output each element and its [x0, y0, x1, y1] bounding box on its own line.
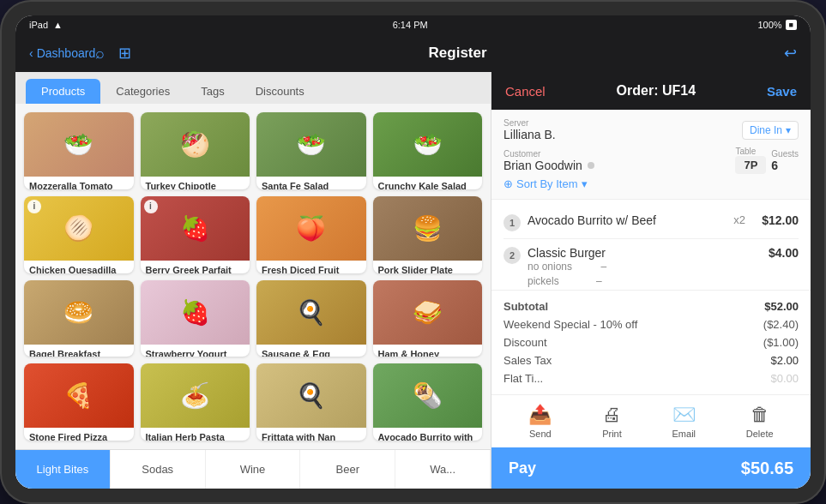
pay-amount: $50.65 [741, 459, 793, 478]
print-label: Print [602, 429, 622, 439]
order-details: Server Lilliana B. Dine In ▾ Customer B [491, 110, 811, 200]
product-card-slider[interactable]: 🍔 Pork Slider Plate THX1138 214 $11.00 [373, 196, 483, 273]
order-item-1[interactable]: 1 Avocado Burrito w/ Beef x2 $12.00 [503, 207, 799, 239]
send-icon: 📤 [528, 404, 552, 426]
product-info-fruit: Fresh Diced Fruit Plate THX1138 [256, 261, 366, 273]
category-tab-wine[interactable]: Wine [206, 450, 301, 489]
order-item-2[interactable]: 2 Classic Burger no onions – pickels – d… [503, 239, 799, 290]
order-header: Cancel Order: UF14 Save [491, 72, 811, 110]
back-button[interactable]: ‹ Dashboard [29, 46, 95, 60]
order-item-price-1: $12.00 [752, 213, 799, 227]
product-card-muffin[interactable]: 🍳 Sausage & Egg Muffin THX1138 214 $6.00 [256, 280, 366, 357]
print-button[interactable]: 🖨 Print [602, 404, 622, 439]
product-card-bagel[interactable]: 🥯 Bagel Breakfast Sandwich THX1138 214 $… [24, 280, 134, 357]
product-card-avocado[interactable]: 🌯 Avocado Burrito with Chicken THX1138 2… [373, 363, 483, 441]
tab-categories[interactable]: Categories [100, 79, 185, 104]
product-info-mozzeralla: Mozzeralla Tomato Sand... THX1138 [24, 177, 134, 189]
category-tab-lightbites[interactable]: Light Bites [15, 450, 111, 489]
product-name-ham: Ham & Honey Sandwich [378, 348, 478, 357]
table-section: Table 7P [735, 147, 766, 174]
pay-button[interactable]: Pay $50.65 [491, 447, 811, 489]
order-totals: Subtotal $52.00 Weekend Special - 10% of… [491, 290, 811, 394]
product-card-yogurt[interactable]: 🍓 Strawberry Yogurt Cup THX1138 214 $6.0… [141, 280, 250, 357]
order-items-list: 1 Avocado Burrito w/ Beef x2 $12.00 2 Cl… [491, 200, 811, 290]
product-card-pasta[interactable]: 🍝 Italian Herb Pasta Salad THX1138 214 $… [141, 363, 250, 441]
server-label: Server [503, 118, 556, 128]
product-info-parfait: Berry Greek Parfait THX1138 [141, 261, 250, 273]
order-item-details-2: Classic Burger no onions – pickels – dis… [528, 246, 721, 290]
sort-by-button[interactable]: ⊕ Sort By Item ▾ [503, 177, 799, 190]
product-card-kale[interactable]: 🥗 Crunchy Kale Salad THX1138 214 $4.00 [373, 112, 483, 189]
product-image-muffin: 🍳 [256, 280, 366, 345]
product-info-frittata: Frittata with Nan Bread THX1138 [256, 428, 366, 441]
email-label: Email [672, 429, 696, 439]
product-info-muffin: Sausage & Egg Muffin THX1138 [256, 345, 366, 357]
tab-discounts[interactable]: Discounts [240, 79, 320, 104]
product-info-kale: Crunchy Kale Salad THX1138 [373, 177, 483, 189]
category-tab-sodas[interactable]: Sodas [111, 450, 206, 489]
product-info-ham: Ham & Honey Sandwich THX1138 [373, 345, 483, 357]
nav-left-icons: ⌕ ⊞ [95, 44, 131, 63]
product-name-avocado: Avocado Burrito with Chicken [378, 431, 478, 441]
product-name-pasta: Italian Herb Pasta Salad [146, 431, 245, 441]
product-card-santafe[interactable]: 🥗 Santa Fe Salad THX1138 214 $8.25 [256, 112, 366, 189]
product-card-pizza[interactable]: 🍕 Stone Fired Pizza Slice THX1138 214 $9… [24, 363, 134, 441]
product-name-pizza: Stone Fired Pizza Slice [29, 431, 129, 441]
customer-clear-icon[interactable] [588, 162, 594, 169]
product-name-quesadilla: Chicken Quesadilla [29, 264, 129, 273]
search-icon[interactable]: ⌕ [95, 45, 105, 63]
barcode-icon[interactable]: ⊞ [118, 44, 131, 63]
dine-in-badge[interactable]: Dine In ▾ [742, 121, 799, 140]
customer-section: Customer Brian Goodwin [503, 149, 730, 172]
server-section: Server Lilliana B. [503, 118, 556, 141]
send-button[interactable]: 📤 Send [528, 404, 552, 439]
product-image-bagel: 🥯 [24, 280, 134, 345]
product-card-mozzeralla[interactable]: 🥗 Mozzeralla Tomato Sand... THX1138 214 … [24, 112, 134, 189]
product-card-ham[interactable]: 🥪 Ham & Honey Sandwich THX1138 214 $6.00 [373, 280, 483, 357]
email-button[interactable]: ✉️ Email [672, 404, 696, 439]
table-value[interactable]: 7P [735, 156, 766, 174]
action-bar: 📤 Send 🖨 Print ✉️ Email 🗑 Delete [491, 394, 811, 447]
category-tab-beer[interactable]: Beer [300, 450, 395, 489]
product-card-turkey[interactable]: 🥙 Turkey Chipotle Sandwich THX1138 214 $… [141, 112, 250, 189]
product-image-turkey: 🥙 [141, 112, 250, 177]
guests-value[interactable]: 6 [771, 159, 799, 172]
product-image-slider: 🍔 [373, 196, 483, 261]
product-info-avocado: Avocado Burrito with Chicken THX1138 [373, 428, 483, 441]
category-tab-more[interactable]: Wa... [395, 450, 491, 489]
back-arrow-icon: ‹ [29, 46, 33, 60]
delete-icon: 🗑 [751, 404, 769, 426]
product-tabs: Products Categories Tags Discounts [15, 72, 491, 104]
order-item-details-1: Avocado Burrito w/ Beef [528, 213, 721, 227]
info-badge-parfait: i [144, 200, 158, 213]
battery-label: 100% [757, 20, 781, 30]
product-card-quesadilla[interactable]: i 🫓 Chicken Quesadilla THX1138 214 $5.00 [24, 196, 134, 273]
product-card-fruit[interactable]: 🍑 Fresh Diced Fruit Plate THX1138 214 $8… [256, 196, 366, 273]
tab-products[interactable]: Products [26, 79, 100, 104]
tablet-frame: iPad ▲ 6:14 PM 100% ■ ‹ Dashboard ⌕ ⊞ Re… [0, 0, 826, 504]
page-title: Register [131, 45, 784, 62]
order-title: Order: UF14 [617, 83, 696, 99]
product-name-kale: Crunchy Kale Salad [378, 180, 478, 189]
product-card-frittata[interactable]: 🍳 Frittata with Nan Bread THX1138 214 $6… [256, 363, 366, 441]
order-item-modifier-2a: no onions – [528, 260, 721, 274]
order-item-num-1: 1 [503, 214, 521, 231]
cancel-button[interactable]: Cancel [505, 84, 546, 99]
undo-icon[interactable]: ↩ [784, 44, 797, 63]
save-button[interactable]: Save [767, 84, 797, 99]
product-info-pizza: Stone Fired Pizza Slice THX1138 [24, 428, 134, 441]
delete-button[interactable]: 🗑 Delete [746, 404, 774, 439]
product-image-santafe: 🥗 [256, 112, 366, 177]
ipad-label: iPad [29, 20, 48, 30]
tax-row: Sales Tax $2.00 [503, 351, 799, 369]
subtotal-value: $52.00 [764, 300, 799, 313]
product-image-fruit: 🍑 [256, 196, 366, 261]
product-image-kale: 🥗 [373, 112, 483, 177]
product-info-yogurt: Strawberry Yogurt Cup THX1138 [141, 345, 250, 357]
server-name: Lilliana B. [503, 128, 556, 141]
tab-tags[interactable]: Tags [185, 79, 239, 104]
order-item-name-2: Classic Burger [528, 246, 721, 260]
tablet-screen: iPad ▲ 6:14 PM 100% ■ ‹ Dashboard ⌕ ⊞ Re… [15, 15, 811, 489]
product-card-parfait[interactable]: i 🍓 Berry Greek Parfait THX1138 214 $8.0… [141, 196, 250, 273]
email-icon: ✉️ [672, 404, 696, 426]
